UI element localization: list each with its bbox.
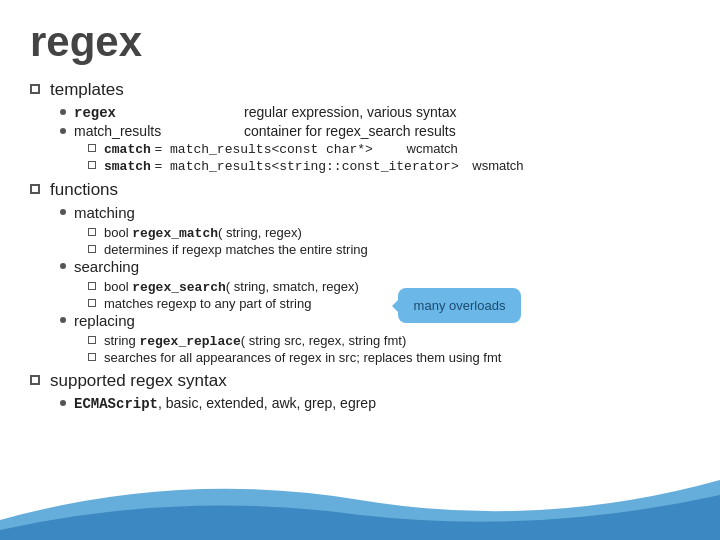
match-results-desc: container for regex_search results xyxy=(244,123,456,139)
ecmascript-row: ECMAScript, basic, extended, awk, grep, … xyxy=(60,395,690,412)
smatch-text: smatch = match_results<string::const_ite… xyxy=(104,158,524,174)
code-sq-icon-2 xyxy=(88,161,96,169)
many-overloads-callout: many overloads xyxy=(398,288,522,323)
cmatch-row: cmatch = match_results<const char*> wcma… xyxy=(88,141,690,157)
regex-match-desc: determines if regexp matches the entire … xyxy=(88,242,690,257)
section-syntax: supported regex syntax ECMAScript, basic… xyxy=(30,371,690,412)
square-icon xyxy=(30,84,40,94)
regex-replace-code: string regex_replace( string src, regex,… xyxy=(88,333,690,349)
square-icon-f xyxy=(30,184,40,194)
code-sq-s2 xyxy=(88,299,96,307)
code-sq-m1 xyxy=(88,228,96,236)
searching-label: searching xyxy=(74,258,139,275)
regex-replace-desc: searches for all appearances of regex in… xyxy=(88,350,690,365)
templates-bullet: templates xyxy=(30,80,690,100)
code-sq-r1 xyxy=(88,336,96,344)
syntax-bullet: supported regex syntax xyxy=(30,371,690,391)
regex-match-code: bool regex_match( string, regex) xyxy=(88,225,690,241)
match-results-row: match_results container for regex_search… xyxy=(60,123,690,139)
functions-label: functions xyxy=(50,180,118,200)
templates-label: templates xyxy=(50,80,124,100)
code-sq-icon xyxy=(88,144,96,152)
matching-label: matching xyxy=(74,204,135,221)
circle-replacing xyxy=(60,317,66,323)
bottom-decoration xyxy=(0,460,720,540)
circle-searching xyxy=(60,263,66,269)
match-results-label: match_results xyxy=(74,123,244,139)
code-sq-s1 xyxy=(88,282,96,290)
section-functions: functions matching bool regex_match( str… xyxy=(30,180,690,365)
ecmascript-text: ECMAScript, basic, extended, awk, grep, … xyxy=(74,395,376,412)
syntax-label: supported regex syntax xyxy=(50,371,227,391)
cmatch-text: cmatch = match_results<const char*> wcma… xyxy=(104,141,458,157)
replacing-label: replacing xyxy=(74,312,135,329)
square-icon-syn xyxy=(30,375,40,385)
circle-icon-2 xyxy=(60,128,66,134)
code-sq-r2 xyxy=(88,353,96,361)
regex-row: regex regular expression, various syntax xyxy=(60,104,690,121)
searching-row: searching xyxy=(60,258,690,277)
page-title: regex xyxy=(30,18,690,66)
regex-search-desc: matches regexp to any part of string man… xyxy=(88,296,690,311)
section-templates: templates regex regular expression, vari… xyxy=(30,80,690,174)
circle-icon xyxy=(60,109,66,115)
code-sq-m2 xyxy=(88,245,96,253)
regex-label: regex xyxy=(74,104,244,121)
circle-matching xyxy=(60,209,66,215)
functions-bullet: functions xyxy=(30,180,690,200)
regex-search-code: bool regex_search( string, smatch, regex… xyxy=(88,279,690,295)
main-content: regex templates regex regular expression… xyxy=(0,0,720,428)
smatch-row: smatch = match_results<string::const_ite… xyxy=(88,158,690,174)
matching-row: matching xyxy=(60,204,690,223)
regex-desc: regular expression, various syntax xyxy=(244,104,456,120)
circle-ecma xyxy=(60,400,66,406)
replacing-row: replacing xyxy=(60,312,690,331)
